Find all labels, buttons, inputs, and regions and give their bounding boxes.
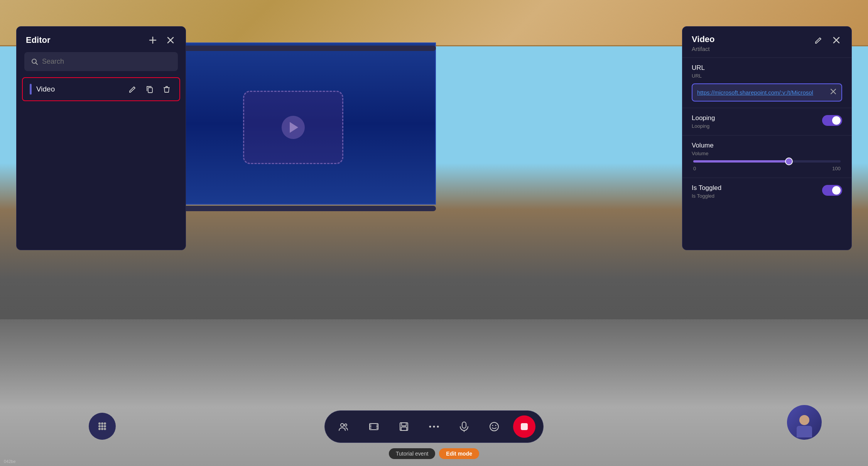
prop-title: Video [692,34,715,44]
svg-point-32 [492,425,493,426]
volume-max-label: 100 [832,166,841,171]
editor-close-button[interactable] [165,34,176,46]
film-button[interactable] [363,415,385,438]
editor-add-button[interactable] [147,34,159,46]
mic-button[interactable] [453,415,475,438]
more-button[interactable] [423,415,445,438]
people-button[interactable] [333,415,355,438]
svg-point-28 [437,426,439,428]
svg-point-26 [429,426,431,428]
svg-rect-6 [148,88,152,93]
search-icon [31,58,38,65]
avatar-figure [793,413,816,440]
more-dots-icon [429,424,439,429]
volume-fill [693,160,789,163]
volume-label: Volume [692,142,842,149]
video-item-indicator [30,84,32,95]
video-bar-bottom [174,206,436,211]
looping-label: Looping [692,114,715,122]
svg-point-15 [101,425,103,427]
volume-thumb[interactable] [785,158,793,165]
event-status-badge: Tutorial event [389,448,435,459]
video-player-container [231,85,355,170]
volume-track[interactable] [693,160,841,163]
bottom-toolbar [324,410,544,443]
svg-point-21 [344,424,347,426]
editor-panel-title: Editor [26,35,51,45]
plus-icon [149,36,157,44]
save-icon [399,421,409,432]
search-input[interactable] [42,58,171,66]
video-item-label: Video [36,85,122,93]
record-button[interactable] [513,415,535,438]
video-list-item[interactable]: Video [22,77,180,101]
volume-row: Volume Volume 0 100 [682,135,851,178]
toggled-slider [822,185,842,196]
prop-edit-button[interactable] [813,34,824,46]
play-triangle [290,122,298,133]
svg-point-33 [495,425,496,426]
svg-point-27 [433,426,435,428]
svg-point-17 [98,428,101,430]
url-input[interactable] [697,89,827,96]
grid-button[interactable] [89,413,116,440]
toggled-sublabel: Is Toggled [692,193,721,199]
video-edit-button[interactable] [127,83,138,95]
avatar-head [799,415,809,425]
svg-point-31 [490,422,498,431]
svg-point-16 [104,425,106,427]
video-item-actions [127,83,172,95]
svg-point-18 [101,428,103,430]
trash-icon [162,85,171,93]
video-placeholder [243,91,343,164]
prop-title-block: Video Artifact [692,34,715,52]
floor-bg [0,319,868,466]
close-icon [166,36,175,44]
svg-point-19 [104,428,106,430]
video-copy-button[interactable] [144,83,155,95]
editor-panel: Editor Video [16,26,186,250]
prop-header-actions [813,34,842,46]
looping-row: Looping Looping [682,108,851,135]
video-bar-top [174,46,436,51]
play-icon-circle[interactable] [282,116,305,139]
url-sublabel: URL [692,73,842,79]
svg-rect-34 [521,423,528,430]
mic-icon [459,421,469,432]
properties-header: Video Artifact [682,27,851,58]
svg-rect-24 [402,423,406,426]
editor-header-actions [147,34,176,46]
url-row: URL URL [682,58,851,108]
volume-slider-container: 0 100 [692,160,842,171]
status-bar: Tutorial event Edit mode [389,448,479,459]
copyright-text: 042be [4,459,16,464]
emoji-button[interactable] [483,415,505,438]
looping-label-group: Looping Looping [692,114,715,129]
save-button[interactable] [393,415,415,438]
is-toggled-row: Is Toggled Is Toggled [682,178,851,205]
svg-rect-29 [462,422,466,428]
edit-pen-icon [128,85,137,93]
record-icon [519,422,529,432]
avatar-body [797,426,812,437]
toolbar-container [324,410,544,443]
video-delete-button[interactable] [161,83,172,95]
volume-sublabel: Volume [692,151,842,156]
url-input-wrapper [692,83,842,102]
avatar-button[interactable] [787,405,822,440]
grid-icon [96,420,108,432]
toggled-label-group: Is Toggled Is Toggled [692,184,721,199]
looping-slider [822,115,842,126]
prop-close-button[interactable] [831,34,842,46]
svg-point-12 [101,422,103,425]
looping-toggle[interactable] [822,115,842,126]
properties-panel: Video Artifact URL URL [682,26,852,250]
url-clear-button[interactable] [830,88,837,97]
svg-point-14 [98,425,101,427]
edit-mode-badge: Edit mode [439,448,479,459]
volume-min-label: 0 [693,166,696,171]
toggled-toggle[interactable] [822,185,842,196]
volume-labels: 0 100 [693,166,841,171]
toggled-label: Is Toggled [692,184,721,192]
copy-icon [145,85,154,93]
